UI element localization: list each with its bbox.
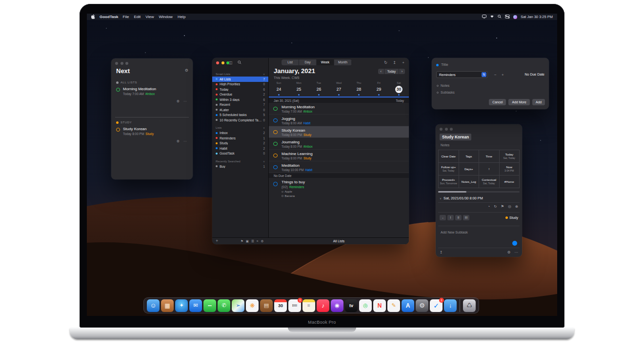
add-subtask-field[interactable]: Add New Subtask — [441, 231, 468, 234]
mail-icon[interactable]: ✉ — [189, 299, 202, 312]
view-tab[interactable]: Week — [317, 59, 334, 65]
menu-item[interactable]: Edit — [134, 15, 141, 19]
calendar-day[interactable]: Fri 29 — [369, 81, 389, 96]
sidebar-item[interactable]: All Lists 7 — [212, 77, 268, 82]
task-row[interactable]: Jogging Today 8:00 AMHabit — [269, 115, 409, 126]
calendar-day[interactable]: Sat 30 — [389, 81, 409, 96]
attachment-icon[interactable]: ⊕ — [515, 204, 518, 209]
add-more-button[interactable]: Add More — [508, 99, 529, 105]
task-row[interactable]: Study Korean Today 8:00 PMStudy — [111, 124, 193, 136]
flag-icon[interactable]: ⚑ — [501, 204, 504, 209]
task-row[interactable]: Journaling Today 8:00 PM#inbox — [269, 138, 409, 150]
gear-icon[interactable]: ⚙ — [185, 68, 188, 73]
quick-action-button[interactable]: Clear Date — [439, 150, 459, 162]
task-row[interactable]: Morning Meditation Today 7:00 AM#inbox — [269, 103, 409, 115]
calendar-day[interactable]: Mon 25 — [289, 81, 309, 96]
quick-action-button[interactable]: Notes_Log — [459, 176, 479, 188]
task-row[interactable]: Machine Learning Today 8:00 PMStudy — [269, 150, 409, 161]
task-complete-circle[interactable] — [273, 130, 278, 135]
calendar-day[interactable]: Wed 27 — [329, 81, 349, 96]
cancel-button[interactable]: Cancel — [489, 99, 506, 105]
maps-icon[interactable]: ➢ — [232, 299, 244, 312]
quick-action-button[interactable]: #Home — [500, 176, 520, 188]
add-button[interactable]: Add — [532, 99, 545, 105]
alarm-icon[interactable]: ◔ — [488, 204, 490, 209]
title-input[interactable]: Title — [441, 62, 448, 67]
share-icon[interactable]: ↥ — [393, 60, 396, 65]
gear-icon[interactable]: ⚙ — [261, 239, 263, 243]
task-row[interactable]: Meditation Today 10:00 PMHabit — [269, 161, 409, 173]
settings-icon[interactable]: ⚙ — [416, 299, 428, 312]
more-icon[interactable]: ⋯ — [183, 139, 187, 143]
scrollbar[interactable] — [438, 191, 520, 193]
view-tab[interactable]: Month — [334, 59, 352, 65]
gear-icon[interactable]: ⚙ — [177, 139, 180, 143]
sidebar-toggle-icon[interactable]: ◫ — [229, 60, 233, 65]
subtask-row[interactable]: Apple — [282, 190, 295, 194]
more-icon[interactable]: ⋯ — [515, 250, 519, 254]
downloads-icon[interactable]: ↓ — [444, 299, 457, 312]
quick-action-button[interactable]: Time — [479, 150, 499, 162]
due-date-label[interactable]: No Due Date — [525, 73, 544, 76]
menu-clock[interactable]: Sat Jan 30 3:25 PM — [521, 15, 553, 19]
menu-item[interactable]: View — [145, 15, 154, 19]
books-icon[interactable]: ▤ — [260, 299, 273, 312]
forward-icon[interactable]: » — [257, 239, 259, 243]
tv-icon[interactable]: tv — [345, 299, 358, 312]
minus-icon[interactable]: − — [494, 73, 497, 77]
sidebar-item[interactable]: High Priorities 0 — [212, 82, 268, 87]
search-icon[interactable] — [238, 60, 242, 66]
sidebar-item[interactable]: #Later 0 — [212, 107, 268, 113]
calendar-day[interactable]: Sun 24 — [269, 81, 289, 96]
flag-icon[interactable]: ⚑ — [241, 239, 243, 243]
textedit-icon[interactable]: ✎ — [387, 299, 400, 312]
task-complete-circle[interactable] — [116, 128, 120, 132]
wifi-icon[interactable] — [490, 15, 494, 19]
add-icon[interactable]: + — [502, 73, 504, 77]
calendar-icon[interactable]: ▣ — [246, 239, 249, 243]
view-tab[interactable]: List — [282, 59, 299, 65]
messages-icon[interactable]: ••• — [203, 299, 216, 312]
calendar-day[interactable]: Thu 28 — [349, 81, 369, 96]
podcasts-icon[interactable]: ◉ — [331, 299, 343, 312]
photos-icon[interactable]: ❋ — [246, 299, 259, 312]
quick-action-button[interactable]: Days+ — [459, 163, 479, 175]
sidebar-group-header[interactable]: Smart Lists∨ — [212, 71, 268, 77]
siri-icon[interactable] — [513, 15, 517, 19]
priority-button[interactable]: !!! — [463, 215, 469, 220]
prev-button[interactable]: ‹ — [378, 69, 384, 74]
due-date-row[interactable]: ∨ Sat, 2021/01/30 8:00 PM — [440, 196, 483, 200]
sidebar-item[interactable]: 10 Recently Completed Tasks 0 — [212, 117, 268, 123]
sidebar-item[interactable]: Buy 1 — [212, 164, 268, 169]
control-center-icon[interactable] — [505, 15, 510, 20]
window-controls[interactable] — [440, 128, 453, 131]
sidebar-item[interactable]: GoodTask 0 — [212, 151, 268, 156]
sidebar-item[interactable]: Habit 2 — [212, 146, 268, 151]
quick-action-button[interactable]: Proceed+ Sun, Tomorrow — [439, 176, 459, 188]
sidebar-item[interactable]: Today 6 — [212, 87, 268, 92]
quick-action-button[interactable]: ! — [479, 163, 499, 175]
facetime-icon[interactable]: ✆ — [218, 299, 230, 312]
task-complete-circle[interactable] — [273, 118, 278, 123]
quick-action-button[interactable]: Today Sat, Today — [500, 150, 520, 162]
notes-field[interactable]: Notes — [437, 84, 449, 87]
reminders-icon[interactable]: ≔ 3 — [288, 299, 301, 312]
subtask-row[interactable]: Banana — [282, 194, 295, 198]
sidebar-item[interactable]: Recent 7 — [212, 102, 268, 108]
sidebar-group-header[interactable]: Lists∨ — [212, 125, 268, 131]
apple-menu[interactable] — [91, 14, 95, 20]
priority-button[interactable]: - — [440, 215, 446, 220]
task-row[interactable]: Study Korean Today 8:00 PMStudy — [269, 126, 409, 138]
gear-icon[interactable]: ⚙ — [177, 99, 180, 103]
task-row[interactable]: Morning Meditation Today 7:00 AM#inbox — [111, 84, 193, 96]
quick-action-button[interactable]: Contextual Sat, Today — [479, 176, 499, 188]
subtask-circle[interactable] — [282, 195, 283, 197]
task-complete-circle[interactable] — [116, 88, 120, 92]
priority-button[interactable]: ! — [447, 215, 454, 220]
sidebar-item[interactable]: Within 3 days 6 — [212, 97, 268, 102]
search-icon[interactable] — [498, 15, 502, 20]
calendar-day[interactable]: Tue 26 — [309, 81, 329, 96]
app-store-icon[interactable]: A — [402, 299, 414, 312]
notes-field[interactable]: Notes — [441, 143, 449, 147]
share-icon[interactable]: ↥ — [440, 250, 443, 254]
